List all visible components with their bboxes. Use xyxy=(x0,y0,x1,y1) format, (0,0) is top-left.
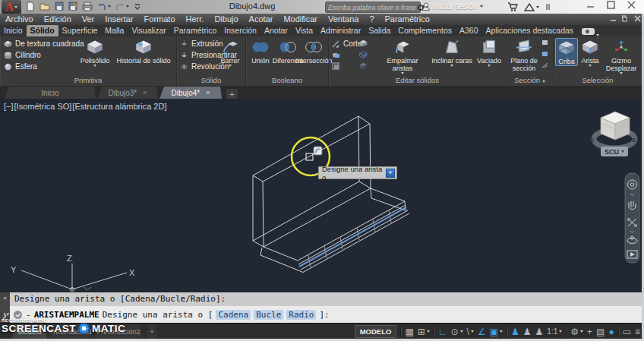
isometric-drafting-toggle[interactable]: \ xyxy=(467,327,474,337)
button-inclinar-caras[interactable]: Inclinar caras xyxy=(431,38,473,67)
undo-button[interactable] xyxy=(97,2,111,11)
command-option-bucle[interactable]: Bucle xyxy=(254,310,283,320)
tab-salida[interactable]: Salida xyxy=(365,25,394,36)
tab-solido[interactable]: Sólido xyxy=(27,25,58,36)
button-corte[interactable]: Corte xyxy=(332,39,361,48)
tab-administrar[interactable]: Administrar xyxy=(317,25,365,36)
viewport-view-control[interactable]: [Isométrica SO] xyxy=(14,102,72,111)
mdi-restore-icon[interactable] xyxy=(622,15,629,22)
button-vaciado[interactable]: Vaciado xyxy=(473,38,505,67)
menu-dibujo[interactable]: Dibujo xyxy=(209,14,243,25)
search-input[interactable] xyxy=(325,2,421,13)
layout-tab-presentacion1[interactable]: Presentación1 xyxy=(49,324,93,339)
button-criba[interactable]: Criba xyxy=(555,38,578,66)
command-input-line[interactable]: - ARISTAEMPALME Designe una arista o [ C… xyxy=(10,306,644,323)
model-space-button[interactable]: MODELO xyxy=(355,325,397,338)
plot-printer-icon[interactable] xyxy=(82,2,93,11)
record-icon[interactable] xyxy=(582,28,595,35)
quick-properties-toggle[interactable]: ▤ xyxy=(596,327,605,337)
button-barrer[interactable]: Barrer xyxy=(216,38,244,67)
recent-commands-icon[interactable] xyxy=(13,310,23,320)
file-tab-inicio[interactable]: Inicio xyxy=(5,87,96,99)
drawing-viewport[interactable] xyxy=(0,99,642,292)
button-engrosar[interactable] xyxy=(332,62,340,70)
close-icon[interactable]: × xyxy=(3,295,7,302)
menu-parametrico[interactable]: Paramétrico xyxy=(380,14,435,25)
tab-inicio[interactable]: Inicio xyxy=(0,25,27,36)
panel-label[interactable]: Sólido xyxy=(177,76,245,85)
sign-in-button[interactable]: Iniciar sesión xyxy=(422,2,483,11)
menu-help[interactable]: ? xyxy=(364,14,379,25)
button-arista[interactable]: Arista xyxy=(579,38,601,67)
open-folder-icon[interactable] xyxy=(39,2,50,11)
annotation-scale-icon[interactable]: ♟ xyxy=(535,327,544,337)
tab-superficie[interactable]: Superficie xyxy=(58,25,102,36)
panel-label[interactable]: Editar sólidos xyxy=(329,76,506,85)
toolbar-overflow-icon[interactable] xyxy=(545,3,551,11)
button-generar-seccion[interactable] xyxy=(541,62,549,69)
button-extraer-aristas[interactable] xyxy=(359,39,368,47)
mdi-close-icon[interactable] xyxy=(634,15,641,22)
button-historial-solido[interactable]: Historial de sólido xyxy=(112,38,175,65)
tab-malla[interactable]: Malla xyxy=(101,25,128,36)
button-comprobar[interactable] xyxy=(359,62,368,70)
button-plano-de-seccion[interactable]: Plano de sección xyxy=(508,38,540,72)
tab-vista[interactable]: Vista xyxy=(292,25,317,36)
tab-insercion[interactable]: Inserción xyxy=(220,25,260,36)
viewport-visual-style-control[interactable]: [Estructura alámbrica 2D] xyxy=(72,102,166,111)
menu-formato[interactable]: Formato xyxy=(139,14,181,25)
panel-label[interactable]: Selección xyxy=(554,76,642,85)
ortho-mode-toggle[interactable]: ∟ xyxy=(438,327,447,337)
layout-tab-presentacion2[interactable]: Presentación2 xyxy=(94,324,143,339)
mdi-minimize-icon[interactable] xyxy=(610,15,617,22)
grid-display-toggle[interactable]: ▦ xyxy=(405,327,413,337)
save-as-icon[interactable] xyxy=(68,2,77,11)
command-option-radio[interactable]: Radio xyxy=(286,310,316,320)
workspace-switching-button[interactable]: ⚙ xyxy=(570,327,583,337)
button-editar-caras[interactable] xyxy=(359,51,368,58)
a360-button[interactable] xyxy=(524,3,539,11)
button-anadir-plano[interactable] xyxy=(541,51,549,58)
button-cilindro[interactable]: Cilindro xyxy=(4,51,41,59)
button-interseccion[interactable]: Intersección xyxy=(296,38,331,65)
clean-screen-toggle[interactable]: ▭ xyxy=(623,327,631,337)
menu-modificar[interactable]: Modificar xyxy=(278,14,323,25)
menu-insertar[interactable]: Insertar xyxy=(99,14,138,25)
customize-wrench-icon[interactable] xyxy=(2,313,9,320)
qat-customize-icon[interactable] xyxy=(134,3,141,11)
panel-label[interactable]: Primitiva xyxy=(0,76,176,85)
tab-anotar[interactable]: Anotar xyxy=(260,25,292,36)
polar-tracking-toggle[interactable]: ⊙ xyxy=(451,327,463,337)
menu-herr[interactable]: Herr. xyxy=(181,14,210,25)
button-interferencia[interactable] xyxy=(332,51,340,58)
autoscale-toggle[interactable]: ♟ xyxy=(523,327,532,337)
button-esfera[interactable]: Esfera xyxy=(4,62,37,71)
tab-a360[interactable]: A360 xyxy=(456,25,482,36)
file-tab-dibujo3[interactable]: Dibujo3*× xyxy=(97,87,158,99)
menu-ver[interactable]: Ver xyxy=(77,14,100,25)
menu-edicion[interactable]: Edición xyxy=(39,14,77,25)
panel-label-seccion[interactable]: Sección xyxy=(507,76,553,85)
object-snap-tracking-toggle[interactable]: ∠ xyxy=(478,327,486,337)
tab-aplicaciones-destacadas[interactable]: Aplicaciones destacadas xyxy=(482,25,578,36)
ucs-badge[interactable]: SCU xyxy=(601,147,628,156)
close-icon[interactable]: × xyxy=(143,89,147,96)
menu-archivo[interactable]: Archivo xyxy=(0,14,39,25)
menu-acotar[interactable]: Acotar xyxy=(244,14,279,25)
new-drawing-button[interactable]: + xyxy=(226,89,238,99)
redo-button[interactable] xyxy=(115,2,129,11)
object-snap-toggle[interactable]: ▣ xyxy=(490,327,503,337)
button-polisolido[interactable]: Polisólido xyxy=(77,38,112,67)
minimize-icon[interactable] xyxy=(586,1,595,9)
viewport-minimize-control[interactable]: [−] xyxy=(4,102,14,111)
layout-tab-modelo[interactable]: Modelo xyxy=(12,324,47,339)
tab-visualizar[interactable]: Visualizar xyxy=(128,25,169,36)
menu-ventana[interactable]: Ventana xyxy=(323,14,364,25)
close-icon[interactable]: × xyxy=(206,89,210,96)
panel-label[interactable]: Booleano xyxy=(246,76,328,85)
button-seccion-activa[interactable] xyxy=(541,39,549,46)
annotation-visibility-toggle[interactable]: ♟ xyxy=(511,327,519,337)
button-union[interactable]: Unión xyxy=(248,38,273,65)
button-empalmar-aristas[interactable]: Empalmar aristas xyxy=(376,38,429,74)
new-layout-button[interactable]: + xyxy=(146,324,158,339)
